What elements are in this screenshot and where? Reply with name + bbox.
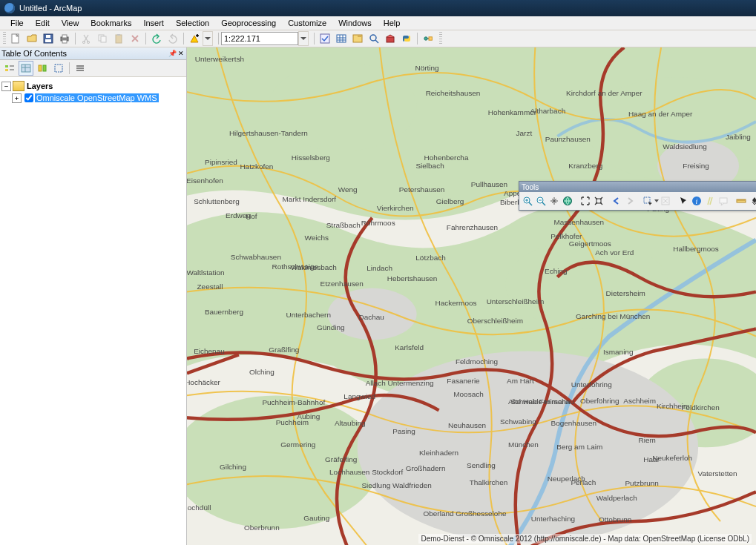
toolbar-grip-end[interactable]: [439, 32, 442, 45]
clear-selection-icon[interactable]: [660, 194, 671, 208]
list-by-visibility-icon[interactable]: [35, 61, 50, 76]
search-icon[interactable]: [367, 31, 381, 46]
paste-icon[interactable]: [111, 31, 126, 46]
map-view[interactable]: ReisgangUnterweikertshNörtingReicheitsha…: [187, 47, 756, 545]
list-by-drawing-icon[interactable]: [2, 61, 17, 76]
toc-options-icon[interactable]: [73, 61, 88, 76]
map-label: Puchheim-Bahnhof: [262, 398, 325, 406]
print-icon[interactable]: [57, 31, 72, 46]
map-label: Straßbach: [326, 221, 361, 229]
redo-icon[interactable]: [165, 31, 180, 46]
expander-minus-icon[interactable]: −: [1, 82, 11, 91]
list-by-source-icon[interactable]: [19, 61, 33, 76]
map-label: Ismaning: [603, 348, 633, 356]
menu-bookmarks[interactable]: Bookmarks: [85, 17, 137, 29]
map-label: Aschheim: [623, 397, 656, 405]
svg-rect-46: [720, 198, 727, 203]
toc-tree[interactable]: − Layers + Omniscale OpenStreetMap WMS: [0, 77, 186, 545]
back-icon[interactable]: [611, 194, 622, 208]
menu-help[interactable]: Help: [378, 17, 407, 29]
identify-icon[interactable]: i: [691, 194, 703, 208]
map-label: Hohenbercha: [424, 153, 469, 162]
layer-name-selected[interactable]: Omniscale OpenStreetMap WMS: [35, 93, 159, 102]
cut-icon[interactable]: [79, 31, 93, 46]
map-label: Riem: [639, 436, 656, 444]
map-attribution: Demo-Dienst - © Omniscale 2012 (http://o…: [418, 534, 752, 544]
toc-title: Table Of Contents: [1, 49, 67, 58]
map-label: Perlach: [571, 478, 596, 486]
tools-title-bar[interactable]: Tools ▾ ✕: [519, 182, 756, 192]
map-label: Eisenhofen: [187, 176, 223, 185]
toc-pin-icon[interactable]: 📌: [168, 50, 176, 57]
layer-visibility-checkbox[interactable]: [24, 93, 33, 102]
measure-icon[interactable]: [735, 194, 747, 208]
list-by-selection-icon[interactable]: [51, 61, 66, 76]
table-icon[interactable]: [334, 31, 349, 46]
menu-selection[interactable]: Selection: [170, 17, 215, 29]
find-icon[interactable]: [749, 194, 756, 208]
svg-rect-20: [5, 65, 8, 67]
map-label: Etzenhausen: [321, 280, 364, 288]
map-label: Zeestall: [197, 283, 223, 291]
menu-insert[interactable]: Insert: [137, 17, 170, 29]
map-label: Fasanerie: [447, 377, 480, 385]
map-label: Schwabhausen: [231, 253, 281, 261]
copy-icon[interactable]: [95, 31, 110, 46]
map-label: Thalkirchen: [470, 478, 508, 486]
catalog-icon[interactable]: [350, 31, 365, 46]
map-label: Unterschleißheim: [487, 297, 545, 305]
menu-bar: File Edit View Bookmarks Insert Selectio…: [0, 16, 756, 30]
html-popup-icon[interactable]: [717, 194, 729, 208]
map-label: Sielbach: [415, 162, 444, 170]
menu-geoprocessing[interactable]: Geoprocessing: [215, 17, 282, 29]
layer-row[interactable]: + Omniscale OpenStreetMap WMS: [1, 92, 185, 104]
layers-root-row[interactable]: − Layers: [1, 80, 185, 92]
map-canvas[interactable]: ReisgangUnterweikertshNörtingReicheitsha…: [187, 47, 756, 545]
map-label: Waldperlach: [596, 494, 637, 502]
zoom-out-icon[interactable]: [535, 194, 547, 208]
forward-icon[interactable]: [624, 194, 636, 208]
map-label: Feldmoching: [456, 357, 498, 366]
menu-customize[interactable]: Customize: [282, 17, 332, 29]
arc-toolbox-icon[interactable]: [383, 31, 398, 46]
map-label: Pullhausen: [471, 180, 507, 188]
menu-windows[interactable]: Windows: [332, 17, 378, 29]
full-extent-icon[interactable]: [562, 194, 573, 208]
add-data-dropdown[interactable]: [203, 31, 213, 46]
expander-plus-icon[interactable]: +: [12, 93, 22, 103]
map-label: Nörting: [415, 64, 439, 72]
fixed-zoom-in-icon[interactable]: [579, 194, 591, 208]
toc-close-icon[interactable]: ✕: [177, 50, 185, 57]
model-builder-icon[interactable]: [421, 31, 435, 46]
map-label: Neuhausen: [448, 421, 486, 429]
select-features-icon[interactable]: [642, 194, 654, 208]
undo-icon[interactable]: [149, 31, 164, 46]
map-label: Gräfelfing: [325, 455, 357, 463]
zoom-in-icon[interactable]: [522, 194, 533, 208]
delete-icon[interactable]: [128, 31, 142, 46]
scale-input[interactable]: 1:222.171: [221, 32, 298, 45]
hyperlink-icon[interactable]: [704, 194, 716, 208]
svg-rect-22: [22, 65, 30, 72]
new-icon[interactable]: [8, 31, 23, 46]
scale-dropdown[interactable]: [298, 31, 309, 46]
tools-toolbar[interactable]: Tools ▾ ✕: [519, 181, 756, 211]
map-label: Haag an der Amper: [628, 110, 693, 118]
add-data-icon[interactable]: [187, 31, 202, 46]
menu-edit[interactable]: Edit: [30, 17, 56, 29]
map-label: Erdweg: [226, 211, 251, 219]
fixed-zoom-out-icon[interactable]: [593, 194, 605, 208]
toolbar-grip[interactable]: [3, 32, 6, 45]
select-elements-icon[interactable]: [677, 194, 689, 208]
toc-toolbar: [0, 60, 186, 77]
save-icon[interactable]: [41, 31, 56, 46]
select-dropdown-icon[interactable]: [654, 199, 659, 202]
menu-file[interactable]: File: [4, 17, 30, 29]
map-label: Massenhausen: [553, 218, 604, 226]
editor-toolbar-icon[interactable]: [318, 31, 332, 46]
open-icon[interactable]: [24, 31, 39, 46]
pan-icon[interactable]: [548, 194, 560, 208]
python-icon[interactable]: [399, 31, 414, 46]
map-label: Kleinhadern: [419, 449, 458, 457]
menu-view[interactable]: View: [56, 17, 85, 29]
